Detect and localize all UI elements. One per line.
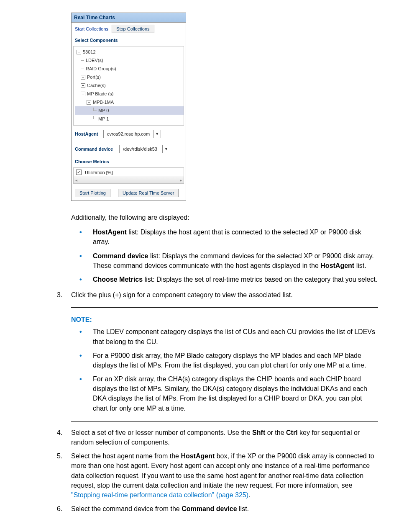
tree-node-label: MP Blade (s)	[87, 91, 113, 96]
choose-metrics-label: Choose Metrics	[72, 157, 186, 167]
branch-icon	[81, 57, 84, 61]
list-item: Command device list: Displays the comman…	[79, 251, 378, 270]
tree-node-label: Cache(s)	[87, 83, 106, 88]
scroll-left-icon[interactable]: ◂	[75, 178, 77, 182]
realtime-charts-panel: Real Time Charts Start Collections Stop …	[71, 13, 186, 201]
hostagent-label: HostAgent	[75, 131, 103, 136]
tree-node-mpb1ma[interactable]: − MPB-1MA	[75, 98, 184, 106]
list-item: For a P9000 disk array, the MP Blade cat…	[79, 351, 378, 370]
list-item: For an XP disk array, the CHA(s) categor…	[79, 374, 378, 413]
metric-utilization[interactable]: ✓ Utilization [%]	[74, 168, 184, 177]
tree-node-label: RAID Group(s)	[86, 66, 116, 71]
expand-icon[interactable]: +	[81, 75, 85, 80]
tree-node-cache[interactable]: + Cache(s)	[75, 81, 184, 90]
tree-node-raid[interactable]: RAID Group(s)	[75, 64, 184, 73]
scroll-right-icon[interactable]: ▸	[180, 178, 182, 182]
command-device-label: Command device	[75, 146, 119, 152]
tree-node-label: MPB-1MA	[93, 100, 114, 105]
step-6: Select the command device from the Comma…	[54, 504, 378, 514]
branch-icon	[81, 66, 84, 69]
tree-node-label: MP 0	[98, 108, 109, 113]
tree-node-mp0[interactable]: MP 0	[75, 106, 184, 115]
stop-collections-button[interactable]: Stop Collections	[112, 25, 154, 33]
note-heading: NOTE:	[71, 316, 378, 324]
step-4: Select a set of five or lesser number of…	[54, 428, 378, 447]
panel-title: Real Time Charts	[72, 13, 186, 23]
tree-node-label: Port(s)	[87, 75, 101, 80]
list-item: HostAgent list: Displays the host agent …	[79, 227, 378, 247]
expand-icon[interactable]: +	[81, 83, 85, 88]
paragraph: Additionally, the following are displaye…	[71, 213, 378, 222]
hostagent-value: cvros92.rose.hp.com	[104, 131, 153, 136]
metric-label: Utilization [%]	[85, 170, 113, 175]
step-5: Select the host agent name from the Host…	[54, 451, 378, 500]
start-collections-link[interactable]: Start Collections	[72, 26, 112, 32]
command-device-select[interactable]: /dev/rdisk/disk53 ▼	[119, 145, 170, 153]
action-row: Start Plotting Update Real Time Server	[72, 185, 186, 200]
collapse-icon[interactable]: −	[87, 100, 91, 105]
tree-node-root[interactable]: − 53012	[75, 48, 184, 56]
branch-icon	[93, 116, 97, 119]
start-plotting-button[interactable]: Start Plotting	[75, 189, 110, 197]
metrics-list: ✓ Utilization [%] ◂ ▸	[73, 167, 184, 184]
step-3: Click the plus (+) sign for a component …	[54, 290, 378, 300]
cross-reference-link[interactable]: "Stopping real-time performance data col…	[71, 491, 248, 499]
hostagent-select[interactable]: cvros92.rose.hp.com ▼	[103, 130, 161, 138]
tree-node-label: LDEV(s)	[86, 58, 103, 63]
tree-node-ldev[interactable]: LDEV(s)	[75, 56, 184, 64]
tree-node-label: MP 1	[98, 116, 109, 121]
display-list: HostAgent list: Displays the host agent …	[79, 227, 378, 284]
collapse-icon[interactable]: −	[77, 50, 81, 54]
checkbox-checked-icon[interactable]: ✓	[76, 170, 82, 175]
collections-toolbar: Start Collections Stop Collections	[72, 23, 186, 35]
tree-node-label: 53012	[83, 49, 96, 54]
tree-node-mp1[interactable]: MP 1	[75, 115, 184, 123]
chevron-down-icon[interactable]: ▼	[162, 145, 170, 153]
note-box: NOTE: The LDEV component category displa…	[71, 307, 378, 422]
collapse-icon[interactable]: −	[81, 92, 85, 96]
scrollbar[interactable]: ◂ ▸	[74, 177, 184, 183]
update-realtime-server-button[interactable]: Update Real Time Server	[118, 189, 179, 197]
list-item: Choose Metrics list: Displays the set of…	[79, 275, 378, 284]
step-list-first: Click the plus (+) sign for a component …	[54, 290, 378, 300]
component-tree[interactable]: − 53012 LDEV(s) RAID Group(s) + Port(s) …	[73, 46, 184, 126]
note-list: The LDEV component category displays the…	[79, 327, 378, 413]
list-item: The LDEV component category displays the…	[79, 327, 378, 346]
step-list-second: Select a set of five or lesser number of…	[54, 428, 378, 514]
tree-node-mpblade[interactable]: − MP Blade (s)	[75, 90, 184, 98]
command-device-value: /dev/rdisk/disk53	[120, 146, 162, 152]
tree-node-ports[interactable]: + Port(s)	[75, 73, 184, 81]
chevron-down-icon[interactable]: ▼	[153, 130, 161, 138]
select-components-label: Select Components	[72, 35, 186, 45]
hostagent-row: HostAgent cvros92.rose.hp.com ▼	[72, 126, 186, 141]
branch-icon	[93, 108, 97, 111]
command-device-row: Command device /dev/rdisk/disk53 ▼	[72, 141, 186, 157]
